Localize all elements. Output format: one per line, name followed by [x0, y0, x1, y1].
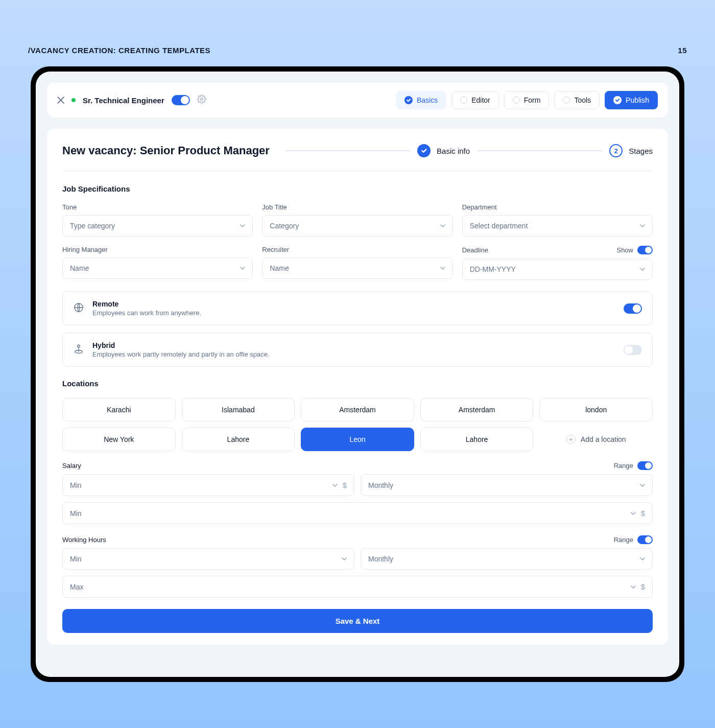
select-value: Min	[70, 555, 82, 563]
deadline-input[interactable]: DD-MM-YYYY	[462, 259, 653, 280]
field-label: Hiring Manager	[62, 246, 108, 253]
step-number-icon: 2	[609, 144, 623, 157]
job-title-select[interactable]: Category	[262, 215, 452, 237]
map-pin-icon	[73, 343, 84, 357]
section-locations: Locations	[62, 379, 653, 388]
range-label: Range	[614, 536, 633, 544]
status-dot-icon	[72, 98, 76, 102]
vacancy-active-toggle[interactable]	[172, 95, 190, 105]
field-recruiter: Recruiter Name	[262, 246, 452, 280]
add-location-label: Add a location	[581, 435, 626, 443]
tab-editor-label: Editor	[471, 96, 490, 104]
chevron-down-icon	[240, 267, 245, 270]
save-next-button[interactable]: Save & Next	[62, 609, 653, 633]
tab-basics[interactable]: Basics	[396, 91, 446, 109]
select-value: Category	[270, 222, 299, 230]
location-chip[interactable]: Lahore	[420, 428, 534, 451]
salary-frequency-select[interactable]: Monthly	[361, 474, 653, 496]
step-label: Basic info	[437, 147, 470, 155]
dollar-icon: $	[641, 582, 645, 591]
hybrid-desc: Employees work partly remotely and partl…	[92, 350, 615, 358]
location-chip[interactable]: New York	[62, 428, 176, 451]
hours-frequency-select[interactable]: Monthly	[361, 548, 653, 570]
page-number: 15	[678, 46, 687, 55]
select-value: Monthly	[368, 555, 393, 563]
field-job-title: Job Title Category	[262, 203, 452, 237]
tab-basics-label: Basics	[417, 96, 438, 104]
chevron-down-icon	[332, 484, 338, 487]
recruiter-select[interactable]: Name	[262, 257, 452, 279]
chevron-down-icon	[640, 484, 645, 487]
hiring-manager-select[interactable]: Name	[62, 257, 253, 279]
hours-range-toggle[interactable]	[637, 535, 653, 544]
chevron-down-icon	[631, 512, 636, 515]
tab-form[interactable]: Form	[504, 91, 550, 109]
field-label: Recruiter	[262, 246, 289, 253]
add-location-button[interactable]: +Add a location	[539, 428, 653, 451]
salary-min-select[interactable]: Min $	[62, 474, 354, 496]
radio-icon	[460, 97, 467, 104]
chevron-down-icon	[342, 557, 347, 560]
location-chip[interactable]: Karachi	[62, 398, 176, 421]
chevron-down-icon	[240, 224, 245, 227]
location-chip[interactable]: Amsterdam	[420, 398, 534, 421]
field-department: Department Select department	[462, 203, 653, 237]
remote-title: Remote	[92, 300, 615, 308]
section-job-spec: Job Specifications	[62, 184, 653, 193]
tab-form-label: Form	[524, 96, 541, 104]
select-value: Name	[70, 264, 89, 272]
plus-icon: +	[566, 435, 576, 444]
select-value: Min	[70, 509, 82, 518]
tab-editor[interactable]: Editor	[451, 91, 499, 109]
step-connector	[285, 150, 410, 151]
field-label: Tone	[62, 203, 77, 211]
location-chip[interactable]: london	[539, 398, 653, 421]
location-chip[interactable]: Lahore	[182, 428, 295, 451]
chevron-down-icon	[440, 267, 445, 270]
department-select[interactable]: Select department	[462, 215, 653, 237]
field-deadline: Deadline Show DD-MM-YYYY	[462, 246, 653, 280]
svg-point-3	[78, 345, 80, 347]
step-stages[interactable]: 2 Stages	[609, 144, 653, 157]
salary-label: Salary	[62, 462, 81, 469]
hours-min-select[interactable]: Min	[62, 548, 354, 570]
gear-icon[interactable]	[197, 95, 206, 106]
salary-value-select[interactable]: Min $	[62, 502, 653, 524]
svg-point-0	[201, 98, 203, 101]
tab-tools[interactable]: Tools	[554, 91, 600, 109]
radio-icon	[563, 97, 570, 104]
step-basic-info[interactable]: Basic info	[417, 144, 470, 157]
deadline-show-toggle[interactable]	[637, 246, 653, 254]
select-value: Monthly	[368, 481, 393, 489]
hybrid-title: Hybrid	[92, 341, 615, 349]
select-value: Max	[70, 583, 83, 591]
check-icon	[404, 96, 413, 104]
select-value: Min	[70, 481, 82, 489]
hours-label: Working Hours	[62, 536, 106, 544]
location-chip[interactable]: Amsterdam	[301, 398, 414, 421]
page-title: New vacancy: Senior Product Manager	[62, 144, 270, 157]
top-toolbar: Sr. Technical Engineer Basics Editor For	[47, 83, 668, 118]
select-value: Select department	[470, 222, 528, 230]
publish-button[interactable]: Publish	[605, 91, 658, 109]
step-check-icon	[417, 144, 431, 157]
field-tone: Tone Type category	[62, 203, 253, 237]
tone-select[interactable]: Type category	[62, 215, 253, 237]
remote-option: Remote Employees can work from anywhere.	[62, 291, 653, 325]
step-connector	[477, 150, 602, 151]
location-chip[interactable]: Islamabad	[182, 398, 295, 421]
step-label: Stages	[629, 147, 653, 155]
remote-toggle[interactable]	[624, 303, 642, 314]
field-label: Department	[462, 203, 497, 211]
radio-icon	[513, 97, 520, 104]
hours-max-select[interactable]: Max $	[62, 576, 653, 598]
hybrid-option: Hybrid Employees work partly remotely an…	[62, 333, 653, 367]
close-icon[interactable]	[57, 97, 64, 104]
dollar-icon: $	[641, 509, 645, 518]
publish-label: Publish	[626, 96, 649, 104]
hybrid-toggle[interactable]	[624, 345, 642, 355]
salary-range-toggle[interactable]	[637, 461, 653, 470]
location-chip[interactable]: Leon	[301, 428, 414, 451]
chevron-down-icon	[640, 268, 645, 271]
field-label: Deadline	[462, 246, 488, 254]
